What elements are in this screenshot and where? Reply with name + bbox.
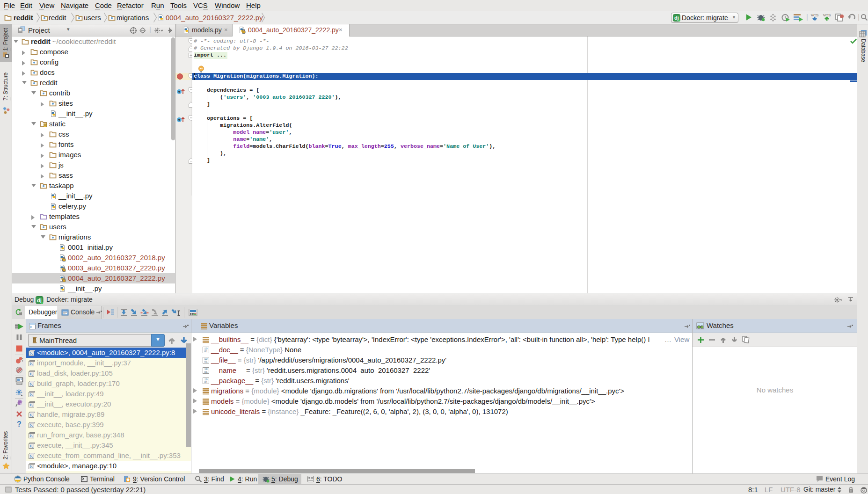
svg-text:VCS: VCS [811, 13, 818, 17]
svg-text:VCS: VCS [823, 13, 831, 17]
svg-text:dj: dj [37, 298, 42, 303]
svg-text:dj: dj [674, 15, 679, 21]
svg-text:?: ? [17, 420, 22, 428]
